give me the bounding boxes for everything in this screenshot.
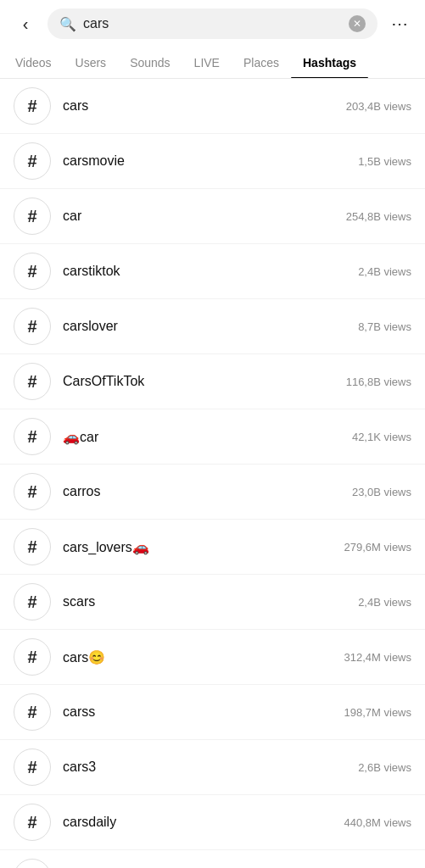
hashtag-name: carros	[63, 484, 100, 499]
hashtag-icon: #	[14, 804, 51, 841]
list-item[interactable]: #carss198,7M views	[0, 685, 425, 740]
hashtag-views: 203,4B views	[346, 100, 411, 113]
more-icon: ⋯	[391, 14, 409, 34]
hashtag-name: carslover	[63, 319, 118, 334]
list-item[interactable]: #carsdaily440,8M views	[0, 795, 425, 850]
hashtag-views: 116,8B views	[346, 376, 411, 388]
hashtag-views: 312,4M views	[344, 651, 411, 664]
hashtag-icon: #	[14, 142, 51, 180]
search-icon: 🔍	[59, 16, 76, 32]
hashtag-row: carss198,7M views	[63, 704, 411, 720]
tab-sounds[interactable]: Sounds	[118, 47, 182, 78]
more-button[interactable]: ⋯	[386, 10, 413, 37]
list-item[interactable]: #carsmovie1,5B views	[0, 134, 425, 189]
hashtag-row: scars2,4B views	[63, 594, 411, 609]
tab-bar: VideosUsersSoundsLIVEPlacesHashtags	[0, 47, 425, 79]
tab-hashtags[interactable]: Hashtags	[291, 47, 368, 78]
tab-users[interactable]: Users	[64, 47, 119, 78]
hashtag-name: cars_lovers🚗	[63, 539, 149, 555]
hashtag-row: cars_lovers🚗279,6M views	[63, 539, 411, 555]
hashtag-views: 198,7M views	[344, 706, 411, 719]
hashtag-icon: #	[14, 528, 51, 565]
hashtag-row: cars32,6B views	[63, 760, 411, 775]
hashtag-icon: #	[14, 473, 51, 510]
hashtag-icon: #	[14, 253, 51, 290]
hashtag-name: CarsOfTikTok	[63, 374, 144, 389]
hashtag-row: 🚗car42,1K views	[63, 429, 411, 445]
hashtag-name: cars😊	[63, 649, 105, 665]
hashtag-row: carsmovie1,5B views	[63, 153, 411, 169]
hashtag-views: 2,4B views	[358, 265, 411, 278]
hashtag-views: 8,7B views	[358, 320, 411, 333]
clear-button[interactable]: ✕	[349, 15, 366, 32]
hashtag-name: 🚗car	[63, 429, 98, 445]
list-item[interactable]: #carstiktok2,4B views	[0, 244, 425, 299]
tab-live[interactable]: LIVE	[182, 47, 232, 78]
hashtag-icon: #	[14, 308, 51, 345]
hashtag-icon: #	[14, 859, 51, 868]
hashtag-row: CarsOfTikTok116,8B views	[63, 374, 411, 389]
search-bar[interactable]: 🔍 ✕	[48, 8, 377, 39]
hashtag-views: 2,6B views	[358, 761, 411, 774]
hashtag-icon: #	[14, 363, 51, 400]
hashtag-views: 23,0B views	[352, 486, 411, 498]
hashtag-icon: #	[14, 583, 51, 620]
hashtag-row: carstiktok2,4B views	[63, 264, 411, 279]
hashtag-icon: #	[14, 198, 51, 235]
list-item[interactable]: #🚗car42,1K views	[0, 409, 425, 465]
hashtag-row: car254,8B views	[63, 209, 411, 224]
hashtag-row: carsdaily440,8M views	[63, 815, 411, 830]
hashtag-name: carsdaily	[63, 815, 116, 830]
hashtag-views: 1,5B views	[358, 155, 411, 168]
hashtag-list: #cars203,4B views#carsmovie1,5B views#ca…	[0, 79, 425, 868]
list-item[interactable]: #cars_lovers🚗279,6M views	[0, 520, 425, 575]
hashtag-name: cars	[63, 98, 88, 114]
hashtag-name: carsmovie	[63, 153, 125, 169]
close-icon: ✕	[353, 18, 361, 30]
hashtag-icon: #	[14, 87, 51, 125]
hashtag-views: 279,6M views	[344, 541, 411, 554]
list-item[interactable]: #car254,8B views	[0, 189, 425, 244]
hashtag-row: cars😊312,4M views	[63, 649, 411, 665]
list-item[interactable]: #carchallenge2,1B views	[0, 850, 425, 868]
list-item[interactable]: #cars32,6B views	[0, 740, 425, 795]
search-input[interactable]	[83, 16, 342, 31]
list-item[interactable]: #carslover8,7B views	[0, 299, 425, 354]
hashtag-views: 254,8B views	[346, 210, 411, 223]
hashtag-row: carslover8,7B views	[63, 319, 411, 334]
tab-places[interactable]: Places	[232, 47, 291, 78]
hashtag-row: carros23,0B views	[63, 484, 411, 499]
list-item[interactable]: #cars203,4B views	[0, 79, 425, 134]
back-button[interactable]: ‹	[12, 10, 39, 37]
list-item[interactable]: #carros23,0B views	[0, 465, 425, 520]
tab-videos[interactable]: Videos	[3, 47, 64, 78]
hashtag-views: 42,1K views	[352, 431, 411, 443]
list-item[interactable]: #cars😊312,4M views	[0, 630, 425, 685]
hashtag-icon: #	[14, 693, 51, 731]
hashtag-name: carss	[63, 704, 95, 720]
hashtag-name: scars	[63, 594, 95, 609]
list-item[interactable]: #scars2,4B views	[0, 575, 425, 630]
hashtag-icon: #	[14, 748, 51, 786]
hashtag-name: car	[63, 209, 81, 224]
hashtag-name: carstiktok	[63, 264, 120, 279]
list-item[interactable]: #CarsOfTikTok116,8B views	[0, 354, 425, 409]
hashtag-icon: #	[14, 638, 51, 676]
hashtag-views: 2,4B views	[358, 596, 411, 609]
hashtag-name: cars3	[63, 760, 96, 775]
hashtag-icon: #	[14, 418, 51, 455]
hashtag-views: 440,8M views	[344, 816, 411, 829]
header: ‹ 🔍 ✕ ⋯	[0, 0, 425, 47]
hashtag-row: cars203,4B views	[63, 98, 411, 114]
back-icon: ‹	[23, 14, 29, 34]
